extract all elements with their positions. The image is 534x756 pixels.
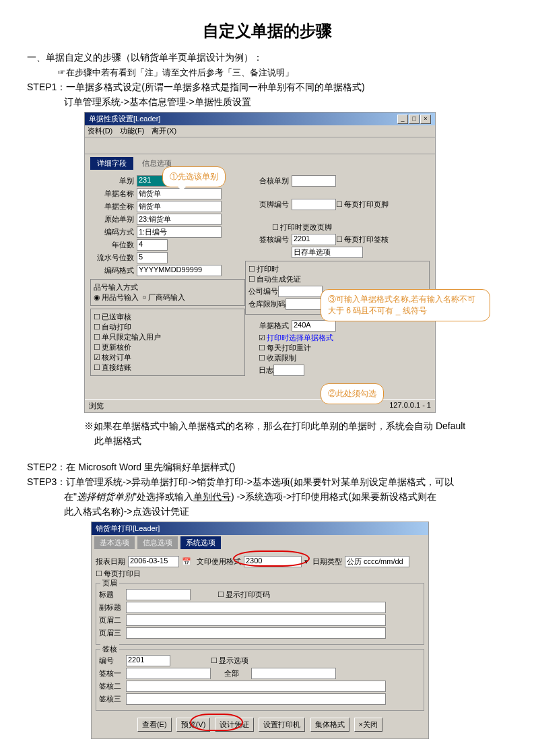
titlebar: 销货单打印[Leader] (92, 522, 428, 535)
toolbar (85, 137, 435, 154)
label: 页眉二 (99, 615, 126, 625)
btn-chakan[interactable]: 查看(E) (137, 718, 172, 732)
callout-2: ②此处须勾选 (321, 383, 384, 404)
calendar-icon[interactable]: 📅 (182, 557, 191, 566)
checkbox[interactable]: 收票限制 (259, 354, 296, 362)
tab-basic[interactable]: 基本选项 (94, 536, 135, 549)
input[interactable]: YYYYMMDD99999 (137, 265, 222, 276)
checkbox[interactable]: 每天打印重计 (259, 344, 311, 352)
group-yemei: 页眉 标题显示打印页码 副标题 页眉二 页眉三 (96, 583, 424, 645)
input[interactable]: 2201 (126, 655, 170, 666)
input[interactable] (292, 175, 336, 187)
menu-item[interactable]: 功能(F) (120, 127, 144, 135)
label: 原始单别 (90, 214, 134, 224)
checkbox[interactable]: 显示打印页码 (218, 590, 270, 600)
input[interactable] (278, 286, 323, 297)
btn-shezhi[interactable]: 设置打印机 (259, 718, 305, 732)
input[interactable]: 销货单 (137, 201, 222, 212)
input[interactable] (251, 668, 336, 679)
label: 单据全称 (90, 201, 134, 212)
group-checks: 已送审核 自动打印 单只限定输入用户 更新核价 核对订单 直接结账 (90, 309, 245, 376)
input[interactable]: 1:日编号 (137, 226, 222, 238)
input[interactable]: 5 (137, 252, 168, 263)
label: 流水号位数 (90, 253, 134, 263)
checkbox-dayin-xj[interactable]: 打印时选择单据格式 (259, 334, 333, 342)
menu-item[interactable]: 离开(X) (152, 127, 176, 135)
checkbox[interactable]: 核对订单 (94, 353, 131, 361)
label: 单据格式 (245, 321, 289, 331)
menubar[interactable]: 资料(D) 功能(F) 离开(X) (85, 125, 435, 137)
status-left: 浏览 (89, 401, 104, 411)
checkbox[interactable]: 已送审核 (94, 313, 131, 321)
input[interactable]: 日存单选项 (292, 247, 363, 258)
btn-close[interactable]: ×关闭 (354, 718, 382, 732)
checkbox[interactable]: 自动打印 (94, 323, 131, 331)
radio-changshang[interactable]: 厂商码输入 (142, 293, 185, 301)
tab-info[interactable]: 信息选项 (137, 536, 178, 549)
page-title: 自定义单据的步骤 (27, 20, 507, 42)
group-title: 页眉 (100, 578, 119, 588)
input-dtype[interactable]: 公历 cccc/mm/dd (345, 556, 409, 567)
window-title: 单据性质设置[Leader] (89, 114, 160, 124)
input-date[interactable]: 2006-03-15 (128, 556, 179, 567)
tabs: 基本选项 信息选项 系统选项 (92, 535, 428, 550)
checkbox[interactable]: 打印时 (248, 265, 279, 273)
btn-jiti[interactable]: 集体格式 (310, 718, 349, 732)
checkbox[interactable]: 更新核价 (94, 343, 131, 351)
label: 签核三 (99, 694, 126, 704)
input[interactable] (126, 668, 211, 679)
input[interactable]: 4 (137, 239, 168, 251)
input[interactable]: 23:销货单 (137, 214, 222, 225)
minimize-icon[interactable]: _ (397, 115, 408, 124)
label: 全部 (224, 668, 251, 679)
input[interactable]: 2201 (292, 234, 336, 245)
checkbox[interactable]: 自动生成凭证 (248, 275, 301, 283)
label: 签核一 (99, 668, 126, 679)
label: 单别 (90, 176, 134, 186)
label: 合核单别 (245, 176, 289, 186)
status-right: 127.0.0.1 - 1 (389, 401, 431, 411)
label: 标题 (99, 590, 126, 600)
input[interactable] (126, 693, 386, 705)
menu-item[interactable]: 资料(D) (88, 127, 112, 135)
label: 编码格式 (90, 265, 134, 276)
input[interactable] (126, 615, 386, 626)
label: 签核编号 (245, 234, 289, 245)
step1-line2: 订单管理系统->基本信息管理->单据性质设置 (64, 96, 507, 108)
maximize-icon[interactable]: □ (409, 115, 420, 124)
window-danju-xingzhi: 单据性质设置[Leader] _□× 资料(D) 功能(F) 离开(X) ①先选… (84, 112, 436, 413)
checkbox[interactable]: 打印时更改页脚 (272, 222, 332, 232)
close-icon[interactable]: × (420, 115, 431, 124)
input[interactable] (126, 602, 386, 613)
tab-system[interactable]: 系统选项 (180, 536, 221, 549)
step3-line2: 在"选择销货单别"处选择或输入单别代号) ->系统选项->打印使用格式(如果要新… (64, 491, 507, 503)
group-title: 品号输入方式 (94, 282, 242, 292)
window-controls[interactable]: _□× (397, 114, 431, 124)
checkbox[interactable]: 直接结账 (94, 363, 131, 371)
label: 仓库限制码 (248, 299, 286, 309)
tab-detail[interactable]: 详细字段 (90, 157, 133, 170)
button-row: 查看(E) 预览(V) 设计凭证 设置打印机 集体格式 ×关闭 (96, 715, 424, 734)
input-danju-fmt[interactable]: 240A (292, 320, 336, 332)
checkbox[interactable]: 单只限定输入用户 (94, 333, 161, 341)
input[interactable] (126, 589, 191, 600)
step3-line1: STEP3：订单管理系统->异动单据打印->销货单打印->基本选项(如果要针对某… (27, 476, 507, 489)
checkbox[interactable]: 每页打印页脚 (336, 199, 389, 210)
group-input-mode: 品号输入方式 用品号输入 厂商码输入 (90, 279, 245, 306)
input[interactable] (273, 365, 304, 376)
input[interactable] (126, 627, 386, 639)
label: 页脚编号 (245, 199, 289, 210)
titlebar: 单据性质设置[Leader] _□× (85, 113, 435, 125)
step1-line1: STEP1：一单据多格式设定(所谓一单据多格式是指同一种单别有不同的单据格式) (27, 82, 507, 94)
checkbox[interactable]: 每页打印签核 (336, 234, 389, 245)
step2-line: STEP2：在 Microsoft Word 里先编辑好单据样式() (27, 462, 507, 474)
checkbox[interactable]: 显示选项 (211, 656, 248, 666)
checkbox[interactable]: 每页打印日 (96, 569, 141, 579)
input[interactable] (292, 199, 336, 210)
radio-pinhao[interactable]: 用品号输入 (94, 293, 139, 301)
label: 日志 (259, 365, 273, 375)
label: 签核二 (99, 681, 126, 691)
section-1-heading: 一、单据自定义的步骤（以销货单半页单据设计为例）： (27, 52, 507, 64)
input[interactable] (126, 681, 386, 692)
after-step1-note1: ※如果在单据格式中输入单据格式的名称，那么在打印此单别的单据时，系统会自动 De… (84, 418, 507, 433)
